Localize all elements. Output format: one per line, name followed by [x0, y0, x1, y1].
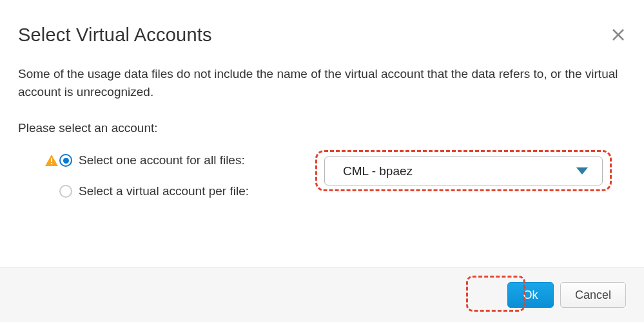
dialog-description: Some of the usage data files do not incl… [18, 65, 626, 101]
close-icon [612, 28, 625, 41]
radio-all-files-label[interactable]: Select one account for all files: [79, 151, 245, 169]
ok-button[interactable]: Ok [507, 282, 554, 308]
select-virtual-accounts-dialog: Select Virtual Accounts Some of the usag… [0, 0, 644, 322]
cancel-button[interactable]: Cancel [560, 282, 626, 308]
account-dropdown-container: CML - bpaez [324, 156, 603, 185]
radio-all-files[interactable] [59, 154, 72, 167]
account-dropdown-value: CML - bpaez [343, 164, 413, 178]
radio-per-file[interactable] [59, 185, 72, 198]
warning-icon [45, 155, 58, 166]
radio-per-file-label[interactable]: Select a virtual account per file: [79, 182, 249, 200]
account-dropdown[interactable]: CML - bpaez [324, 156, 603, 185]
dialog-footer: Ok Cancel [0, 267, 644, 322]
dialog-prompt: Please select an account: [18, 119, 626, 137]
chevron-down-icon [576, 167, 588, 175]
dialog-title: Select Virtual Accounts [18, 24, 212, 46]
dialog-header: Select Virtual Accounts [0, 0, 644, 46]
svg-rect-3 [51, 163, 52, 164]
svg-rect-2 [51, 158, 52, 162]
close-button[interactable] [610, 27, 626, 43]
radio-selected-icon [63, 158, 69, 164]
